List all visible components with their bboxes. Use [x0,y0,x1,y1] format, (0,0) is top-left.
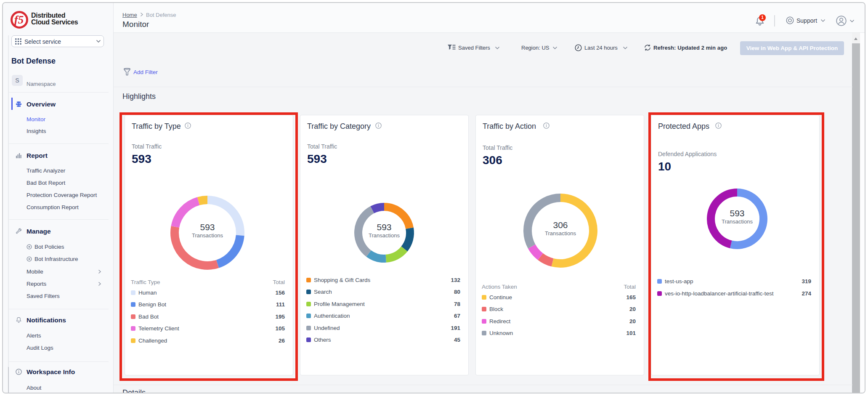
svg-text:f5: f5 [14,13,24,26]
